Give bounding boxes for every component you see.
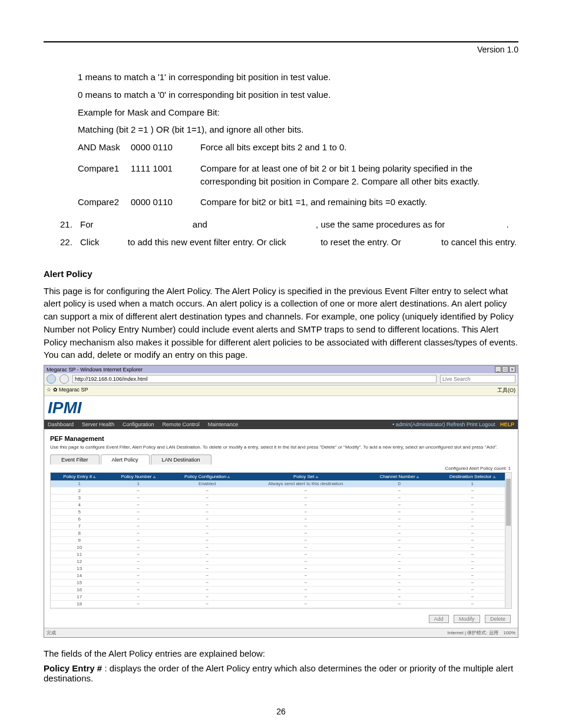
table-row[interactable]: 10~~~~~: [51, 544, 511, 551]
scrollbar[interactable]: [505, 473, 511, 608]
policy-entry-label: Policy Entry #: [44, 663, 102, 673]
step-text: to add this new event filter entry. Or c…: [125, 236, 289, 249]
text-line-2: 0 means to match a '0' in corresponding …: [78, 88, 518, 101]
header-links[interactable]: Refresh Print Logout: [447, 421, 495, 427]
main-nav: Dashboard Server Health Configuration Re…: [44, 420, 518, 429]
mask-row-name: Compare2: [78, 196, 131, 209]
table-header[interactable]: Channel Number ▵: [365, 473, 433, 480]
embedded-screenshot: Megarac SP - Windows Internet Explorer _…: [44, 365, 518, 638]
step-text: For: [80, 218, 96, 231]
table-row[interactable]: 12~~~~~: [51, 558, 511, 565]
address-bar[interactable]: http://192.168.0.106/index.html: [72, 375, 437, 383]
table-row[interactable]: 11EnabledAlways send alert to this desti…: [51, 480, 511, 487]
nav-remote-control[interactable]: Remote Control: [163, 421, 200, 427]
page-heading: PEF Management: [50, 435, 512, 442]
favorites-tab[interactable]: Megarac SP: [59, 387, 88, 393]
configured-count: Configured Alert Policy count: 1: [51, 466, 511, 471]
tab-event-filter[interactable]: Event Filter: [50, 454, 100, 465]
text-line-4: Matching (bit 2 =1 ) OR (bit 1=1), and i…: [78, 123, 518, 136]
nav-configuration[interactable]: Configuration: [123, 421, 154, 427]
table-header[interactable]: Policy Set ▵: [246, 473, 366, 480]
user-label: • admin(Administrator): [392, 421, 445, 427]
step-text: .: [507, 218, 509, 231]
table-row[interactable]: 15~~~~~: [51, 579, 511, 587]
zoom-level[interactable]: 100%: [504, 630, 515, 635]
table-row[interactable]: 11~~~~~: [51, 551, 511, 558]
nav-dashboard[interactable]: Dashboard: [48, 421, 74, 427]
step-21: 21. For and , use the same procedures as…: [60, 218, 518, 231]
table-row[interactable]: 3~~~~~: [51, 495, 511, 502]
table-row[interactable]: 6~~~~~: [51, 516, 511, 523]
alert-policy-table: Policy Entry # ▵Policy Number ▵Policy Co…: [51, 473, 511, 609]
page-subtext: Use this page to configure Event Filter,…: [50, 444, 512, 450]
table-row[interactable]: 5~~~~~: [51, 509, 511, 516]
page-number: 26: [0, 707, 562, 716]
policy-entry-field: Policy Entry # : displays the order of t…: [44, 663, 518, 683]
ipmi-logo: IPMI: [44, 396, 518, 420]
table-row[interactable]: 19~~~~~: [51, 608, 511, 610]
close-icon[interactable]: ×: [509, 366, 515, 373]
mask-row-name: AND Mask: [78, 141, 131, 154]
window-titlebar: Megarac SP - Windows Internet Explorer _…: [44, 365, 518, 373]
table-row[interactable]: 4~~~~~: [51, 502, 511, 509]
table-header[interactable]: Policy Configuration ▵: [168, 473, 246, 480]
mask-row-desc: Force all bits except bits 2 and 1 to 0.: [200, 141, 518, 154]
table-header[interactable]: Policy Number ▵: [108, 473, 168, 480]
policy-entry-desc: : displays the order of the Alert Policy…: [44, 663, 513, 683]
window-buttons: _ □ ×: [495, 366, 515, 373]
step-text: Click: [80, 236, 102, 249]
search-input[interactable]: [440, 375, 515, 383]
forward-icon[interactable]: [59, 374, 69, 384]
table-row[interactable]: 13~~~~~: [51, 565, 511, 572]
nav-maintenance[interactable]: Maintenance: [208, 421, 239, 427]
policy-table-container: Policy Entry # ▵Policy Number ▵Policy Co…: [50, 472, 512, 609]
section-heading-alert-policy: Alert Policy: [44, 269, 518, 279]
table-header[interactable]: Policy Entry # ▵: [51, 473, 108, 480]
table-row[interactable]: 17~~~~~: [51, 594, 511, 601]
add-button[interactable]: Add: [429, 615, 449, 623]
step-number: 21.: [60, 218, 80, 231]
mask-row-desc: Compare for at least one of bit 2 or bit…: [200, 162, 518, 188]
step-text: to reset the entry. Or: [318, 236, 404, 249]
mask-row-bits: 0000 0110: [131, 196, 200, 209]
step-22: 22. Click to add this new event filter e…: [60, 236, 518, 249]
pef-tabs: Event Filter Alert Policy LAN Destinatio…: [50, 454, 512, 465]
help-link[interactable]: HELP: [500, 421, 514, 427]
status-left: 完成: [47, 630, 56, 636]
tab-lan-destination[interactable]: LAN Destination: [151, 454, 211, 465]
version-label: Version 1.0: [44, 45, 518, 54]
table-row[interactable]: 18~~~~~: [51, 601, 511, 608]
mask-row-desc: Compare for bit2 or bit1 =1, and remaini…: [200, 196, 518, 209]
step-text: to cancel this entry.: [439, 236, 517, 249]
text-line-1: 1 means to match a '1' in corresponding …: [78, 71, 518, 84]
status-right: Internet | 保护模式: 启用: [448, 630, 498, 635]
back-icon[interactable]: [47, 374, 56, 384]
table-row[interactable]: 14~~~~~: [51, 572, 511, 579]
tab-alert-policy[interactable]: Alert Policy: [101, 454, 150, 465]
modify-button[interactable]: Modify: [454, 615, 480, 623]
top-rule: [44, 41, 518, 42]
mask-row-name: Compare1: [78, 162, 131, 188]
step-text: and: [190, 218, 210, 231]
window-title: Megarac SP - Windows Internet Explorer: [47, 367, 143, 373]
text-line-3: Example for Mask and Compare Bit:: [78, 106, 518, 119]
maximize-icon[interactable]: □: [502, 366, 508, 373]
mask-row-bits: 0000 0110: [131, 141, 200, 154]
nav-server-health[interactable]: Server Health: [82, 421, 114, 427]
table-row[interactable]: 2~~~~~: [51, 487, 511, 495]
mask-compare-table: AND Mask 0000 0110 Force all bits except…: [78, 141, 518, 213]
fields-intro: The fields of the Alert Policy entries a…: [44, 648, 518, 658]
table-row[interactable]: 16~~~~~: [51, 587, 511, 594]
toolbar-right[interactable]: 工具(O): [497, 387, 515, 394]
mask-row-bits: 1111 1001: [131, 162, 200, 188]
table-row[interactable]: 9~~~~~: [51, 537, 511, 544]
table-row[interactable]: 8~~~~~: [51, 530, 511, 537]
delete-button[interactable]: Delete: [485, 615, 511, 623]
alert-policy-paragraph: This page is for configuring the Alert P…: [44, 285, 518, 362]
table-row[interactable]: 7~~~~~: [51, 523, 511, 530]
minimize-icon[interactable]: _: [495, 366, 501, 373]
step-number: 22.: [60, 236, 80, 249]
table-header[interactable]: Destination Selector ▵: [433, 473, 511, 480]
step-text: , use the same procedures as for: [316, 218, 447, 231]
